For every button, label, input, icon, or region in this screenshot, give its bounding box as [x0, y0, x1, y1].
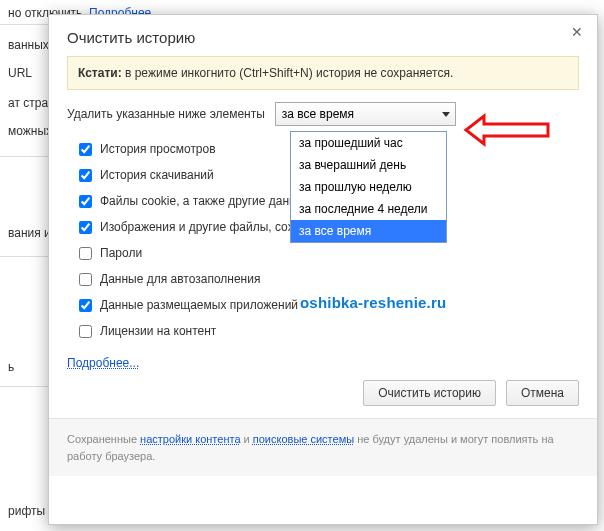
- bg-text: можных: [0, 118, 52, 144]
- cancel-button[interactable]: Отмена: [506, 380, 579, 406]
- clear-history-button[interactable]: Очистить историю: [363, 380, 496, 406]
- select-value: за все время: [282, 107, 354, 121]
- search-engines-link[interactable]: поисковые системы: [253, 433, 354, 445]
- checkbox-label: История просмотров: [100, 142, 216, 156]
- time-range-dropdown[interactable]: за прошедший часза вчерашний деньза прош…: [290, 131, 447, 243]
- more-link[interactable]: Подробнее...: [67, 356, 139, 370]
- bg-text: ванных: [0, 32, 49, 58]
- checkbox-row[interactable]: Пароли: [79, 240, 579, 266]
- dialog-footer: Сохраненные настройки контента и поисков…: [49, 418, 597, 476]
- dropdown-option[interactable]: за последние 4 недели: [291, 198, 446, 220]
- dropdown-option[interactable]: за все время: [291, 220, 446, 242]
- checkbox-label: Пароли: [100, 246, 142, 260]
- clear-history-dialog: Очистить историю ✕ Кстати: в режиме инко…: [48, 14, 598, 525]
- checkbox-input[interactable]: [79, 247, 92, 260]
- checkbox-label: Лицензии на контент: [100, 324, 216, 338]
- notice-text: в режиме инкогнито (Ctrl+Shift+N) истори…: [122, 66, 454, 80]
- bg-text: вания и: [0, 220, 51, 246]
- bg-text: ь: [0, 354, 14, 380]
- bg-text: URL: [0, 60, 32, 86]
- checkbox-input[interactable]: [79, 273, 92, 286]
- incognito-notice: Кстати: в режиме инкогнито (Ctrl+Shift+N…: [67, 56, 579, 90]
- dropdown-option[interactable]: за прошлую неделю: [291, 176, 446, 198]
- checkbox-label: Данные для автозаполнения: [100, 272, 260, 286]
- close-icon[interactable]: ✕: [571, 25, 583, 39]
- delete-range-label: Удалить указанные ниже элементы: [67, 107, 265, 121]
- dialog-title: Очистить историю: [67, 29, 195, 46]
- checkbox-input[interactable]: [79, 169, 92, 182]
- bg-text: рифты: [0, 498, 45, 524]
- checkbox-input[interactable]: [79, 195, 92, 208]
- annotation-arrow-icon: [462, 112, 552, 148]
- dropdown-option[interactable]: за вчерашний день: [291, 154, 446, 176]
- notice-bold: Кстати:: [78, 66, 122, 80]
- checkbox-input[interactable]: [79, 299, 92, 312]
- checkbox-input[interactable]: [79, 325, 92, 338]
- checkbox-input[interactable]: [79, 221, 92, 234]
- content-settings-link[interactable]: настройки контента: [140, 433, 240, 445]
- watermark: oshibka-reshenie.ru: [300, 294, 446, 311]
- checkbox-label: Файлы cookie, а также другие данные: [100, 194, 311, 208]
- time-range-select[interactable]: за все время: [275, 102, 456, 126]
- checkbox-label: Данные размещаемых приложений: [100, 298, 298, 312]
- checkbox-label: История скачиваний: [100, 168, 214, 182]
- checkbox-input[interactable]: [79, 143, 92, 156]
- chevron-down-icon: [442, 112, 450, 117]
- checkbox-row[interactable]: Лицензии на контент: [79, 318, 579, 344]
- checkbox-row[interactable]: Данные для автозаполнения: [79, 266, 579, 292]
- dropdown-option[interactable]: за прошедший час: [291, 132, 446, 154]
